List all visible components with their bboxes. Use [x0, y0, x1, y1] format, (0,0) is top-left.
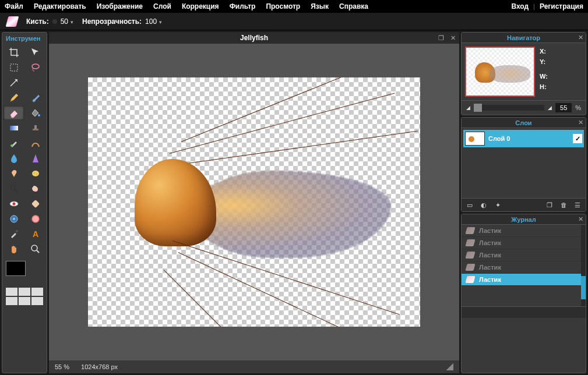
close-icon[interactable]: ✕: [449, 34, 457, 42]
layer-menu-icon[interactable]: ☰: [573, 201, 582, 209]
menu-view[interactable]: Просмотр: [266, 2, 300, 10]
menu-separator: |: [533, 3, 535, 10]
pencil-tool[interactable]: [3, 91, 24, 105]
history-item[interactable]: Ластик: [462, 237, 586, 249]
spot-heal-tool[interactable]: [25, 197, 45, 211]
nav-zoom-value[interactable]: 55: [555, 103, 572, 112]
red-eye-tool[interactable]: [3, 197, 24, 211]
svg-point-9: [34, 172, 35, 174]
eraser-icon: [465, 276, 475, 283]
options-bar: Кисть: 50 Непрозрачность: 100: [0, 13, 588, 30]
color-swatches[interactable]: [6, 261, 43, 282]
zoom-value: 55: [55, 363, 62, 370]
eraser-icon: [465, 252, 475, 259]
sharpen-tool[interactable]: [25, 151, 45, 165]
history-item[interactable]: Ластик: [462, 261, 586, 274]
nav-h-label: H:: [540, 82, 548, 93]
resize-handle-icon[interactable]: [446, 363, 453, 370]
eraser-tool[interactable]: [3, 106, 24, 120]
layer-settings-icon[interactable]: ▭: [465, 201, 474, 209]
canvas-title: Jellyfish: [240, 34, 268, 42]
register-link[interactable]: Регистрация: [540, 2, 583, 10]
canvas-titlebar[interactable]: Jellyfish ❐ ✕: [49, 32, 459, 44]
history-scrollbar[interactable]: [581, 225, 586, 306]
burn-tool[interactable]: [25, 182, 45, 196]
clone-stamp-tool[interactable]: [25, 121, 45, 135]
svg-point-17: [32, 215, 39, 222]
layer-thumbnail: [465, 132, 485, 146]
navigator-panel: Навигатор ✕ X: Y: W: H: ◢ ◢: [461, 32, 586, 115]
eyedropper-tool[interactable]: [3, 227, 24, 241]
zoom-unit: %: [64, 363, 69, 370]
layer-duplicate-icon[interactable]: ❐: [545, 201, 554, 209]
layer-name[interactable]: Слой 0: [488, 135, 569, 142]
gradient-tool[interactable]: [3, 121, 24, 135]
login-link[interactable]: Вход: [511, 2, 529, 10]
navigator-close-icon[interactable]: ✕: [578, 34, 583, 41]
menu-layer[interactable]: Слой: [153, 2, 171, 10]
foreground-color[interactable]: [6, 261, 26, 276]
history-close-icon[interactable]: ✕: [578, 215, 583, 223]
maximize-icon[interactable]: ❐: [437, 34, 445, 42]
svg-point-13: [12, 203, 15, 206]
nav-x-label: X:: [540, 47, 548, 57]
dodge-tool[interactable]: [3, 182, 24, 196]
layer-mask-icon[interactable]: ◐: [479, 201, 488, 209]
canvas-window: Jellyfish ❐ ✕ 55 %: [49, 32, 459, 373]
bloat-tool[interactable]: [3, 212, 24, 226]
crop-tool[interactable]: [3, 45, 24, 59]
preset-grid[interactable]: [6, 288, 43, 305]
svg-point-3: [38, 114, 40, 116]
marquee-tool[interactable]: [3, 61, 24, 75]
type-tool[interactable]: A: [25, 227, 45, 241]
layers-panel: Слои ✕ Слой 0 ✓ ▭ ◐ ✦ ❐ 🗑 ☰: [461, 117, 586, 212]
hand-tool[interactable]: [3, 242, 24, 256]
svg-point-11: [10, 185, 15, 190]
eraser-icon: [465, 227, 475, 234]
svg-point-10: [36, 174, 37, 175]
blur-tool[interactable]: [3, 151, 24, 165]
svg-point-20: [31, 245, 37, 251]
history-item[interactable]: Ластик: [462, 225, 586, 237]
pinch-tool[interactable]: [25, 212, 45, 226]
zoom-out-icon[interactable]: ◢: [466, 105, 470, 111]
tools-panel: Инструмен A: [2, 32, 47, 373]
wand-tool[interactable]: [3, 76, 24, 90]
layers-close-icon[interactable]: ✕: [578, 119, 583, 126]
layer-fx-icon[interactable]: ✦: [493, 201, 502, 209]
canvas-image[interactable]: [88, 77, 420, 327]
canvas-viewport[interactable]: [49, 44, 459, 360]
svg-point-2: [16, 79, 17, 80]
menu-help[interactable]: Справка: [339, 2, 368, 10]
draw-tool[interactable]: [25, 136, 45, 150]
paint-bucket-tool[interactable]: [25, 106, 45, 120]
zoom-tool[interactable]: [25, 242, 45, 256]
move-tool[interactable]: [25, 45, 45, 59]
lasso-tool[interactable]: [25, 61, 45, 75]
layer-visibility-checkbox[interactable]: ✓: [573, 134, 582, 143]
zoom-in-icon[interactable]: ◢: [548, 105, 552, 111]
brush-size-value[interactable]: 50: [61, 17, 73, 26]
menu-image[interactable]: Изображение: [97, 2, 143, 10]
smudge-tool[interactable]: [3, 167, 24, 181]
menu-adjust[interactable]: Коррекция: [182, 2, 219, 10]
history-item[interactable]: Ластик: [462, 249, 586, 261]
history-item-active[interactable]: Ластик: [462, 274, 586, 286]
opacity-value[interactable]: 100: [145, 17, 162, 26]
brush-tool[interactable]: [25, 91, 45, 105]
layer-delete-icon[interactable]: 🗑: [559, 201, 568, 209]
nav-w-label: W:: [540, 72, 548, 82]
menu-edit[interactable]: Редактировать: [34, 2, 86, 10]
menu-file[interactable]: Файл: [5, 2, 23, 10]
color-replace-tool[interactable]: [3, 136, 24, 150]
menu-filter[interactable]: Фильтр: [230, 2, 256, 10]
sponge-tool[interactable]: [25, 167, 45, 181]
svg-rect-4: [10, 126, 18, 130]
navigator-thumbnail[interactable]: [465, 47, 535, 97]
menu-language[interactable]: Язык: [311, 2, 329, 10]
layer-row[interactable]: Слой 0 ✓: [463, 130, 584, 147]
zoom-slider[interactable]: [474, 105, 544, 111]
brush-preview-icon[interactable]: [52, 19, 57, 24]
svg-rect-0: [10, 64, 17, 71]
navigator-title: Навигатор: [507, 34, 540, 41]
